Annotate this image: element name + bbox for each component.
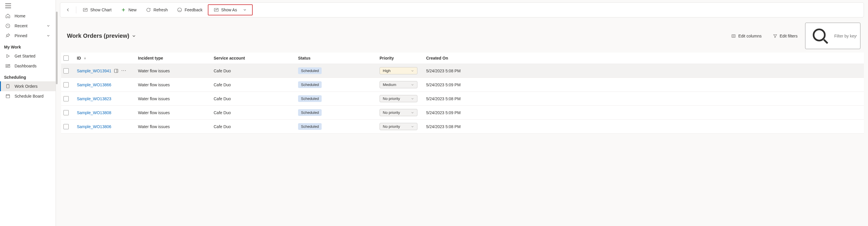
svg-rect-1: [7, 84, 9, 88]
row-checkbox[interactable]: [63, 68, 69, 74]
svg-rect-6: [732, 35, 735, 37]
chevron-down-icon: [131, 34, 136, 38]
main: Show Chart New Refresh Feedback: [56, 0, 868, 226]
row-checkbox[interactable]: [63, 124, 69, 129]
status-badge: Scheduled: [298, 95, 322, 102]
incident-cell: Water flow issues: [138, 82, 170, 87]
record-link[interactable]: Sample_WO13941: [77, 69, 111, 73]
status-badge: Scheduled: [298, 67, 322, 74]
nav-get-started[interactable]: Get Started: [0, 51, 56, 61]
col-created[interactable]: Created On: [424, 56, 864, 61]
created-cell: 5/24/2023 5:09 PM: [426, 110, 461, 115]
cmd-label: New: [128, 7, 136, 12]
table-row[interactable]: Sample_WO13806Water flow issuesCafe DuoS…: [61, 120, 864, 134]
new-button[interactable]: New: [117, 5, 141, 14]
nav-home[interactable]: Home: [0, 11, 56, 21]
nav-label: Recent: [14, 24, 27, 28]
show-chart-button[interactable]: Show Chart: [79, 5, 116, 14]
chevron-down-icon: [46, 24, 50, 28]
status-badge: Scheduled: [298, 81, 322, 88]
incident-cell: Water flow issues: [138, 110, 170, 115]
incident-cell: Water flow issues: [138, 69, 170, 73]
play-icon: [5, 53, 10, 59]
table-row[interactable]: Sample_WO13941⋯Water flow issuesCafe Duo…: [61, 64, 864, 78]
svg-rect-2: [6, 95, 10, 98]
chevron-down-icon: [411, 111, 414, 114]
nav-recent[interactable]: Recent: [0, 21, 56, 31]
cmd-label: Refresh: [153, 7, 168, 12]
col-account[interactable]: Service account: [211, 56, 296, 61]
nav-pinned[interactable]: Pinned: [0, 31, 56, 41]
nav-label: Schedule Board: [14, 94, 44, 99]
nav-label: Pinned: [14, 33, 27, 38]
priority-select[interactable]: No priority: [379, 109, 417, 116]
status-badge: Scheduled: [298, 123, 322, 130]
created-cell: 5/24/2023 5:08 PM: [426, 124, 461, 129]
highlight-annotation: Show As: [208, 4, 253, 15]
priority-value: High: [383, 69, 391, 73]
record-link[interactable]: Sample_WO13823: [77, 97, 111, 101]
col-incident[interactable]: Incident type: [136, 56, 211, 61]
status-badge: Scheduled: [298, 109, 322, 116]
record-link[interactable]: Sample_WO13808: [77, 110, 111, 115]
svg-point-4: [178, 8, 182, 12]
col-label: Status: [298, 56, 311, 61]
table-row[interactable]: Sample_WO13823Water flow issuesCafe DuoS…: [61, 92, 864, 106]
chevron-down-icon: [46, 34, 50, 38]
row-more-button[interactable]: ⋯: [121, 68, 127, 74]
account-cell: Cafe Duo: [214, 97, 231, 101]
search-icon: [809, 25, 831, 47]
refresh-button[interactable]: Refresh: [142, 5, 172, 14]
col-id[interactable]: ID: [74, 56, 136, 61]
nav-section-scheduling: Scheduling: [0, 71, 56, 81]
view-title-selector[interactable]: Work Orders (preview): [67, 33, 136, 39]
priority-select[interactable]: No priority: [379, 123, 417, 130]
svg-point-7: [813, 29, 825, 41]
nav-label: Get Started: [14, 54, 35, 59]
row-checkbox[interactable]: [63, 110, 69, 115]
edit-columns-button[interactable]: Edit columns: [728, 32, 765, 40]
dashboard-icon: [5, 63, 10, 69]
table-row[interactable]: Sample_WO13866Water flow issuesCafe DuoS…: [61, 78, 864, 92]
open-pane-icon[interactable]: [114, 68, 119, 74]
priority-select[interactable]: High: [379, 67, 417, 74]
record-link[interactable]: Sample_WO13866: [77, 82, 111, 87]
showas-icon: [214, 7, 219, 12]
chevron-down-icon: [411, 97, 414, 101]
sort-down-icon: [83, 57, 87, 60]
nav-schedule-board[interactable]: Schedule Board: [0, 91, 56, 101]
priority-value: No priority: [383, 110, 400, 115]
edit-filters-button[interactable]: Edit filters: [769, 32, 801, 40]
table-row[interactable]: Sample_WO13808Water flow issuesCafe DuoS…: [61, 106, 864, 120]
columns-icon: [731, 34, 736, 38]
record-link[interactable]: Sample_WO13806: [77, 124, 111, 129]
chevron-down-icon: [243, 8, 247, 12]
nav-dashboards[interactable]: Dashboards: [0, 61, 56, 71]
hdr-label: Edit filters: [780, 34, 798, 38]
show-as-button[interactable]: Show As: [210, 5, 251, 14]
row-checkbox[interactable]: [63, 96, 69, 101]
nav-work-orders[interactable]: Work Orders: [0, 81, 56, 91]
col-priority[interactable]: Priority: [377, 56, 424, 61]
nav-section-mywork: My Work: [0, 41, 56, 51]
select-all-checkbox[interactable]: [63, 55, 69, 61]
col-status[interactable]: Status: [296, 56, 377, 61]
chevron-down-icon: [411, 69, 414, 73]
priority-select[interactable]: No priority: [379, 95, 417, 102]
priority-select[interactable]: Medium: [379, 81, 417, 88]
sidebar-scrollbar[interactable]: [56, 12, 58, 84]
priority-value: No priority: [383, 124, 400, 129]
arrow-left-icon: [65, 7, 71, 12]
filter-keyword-input[interactable]: [834, 34, 857, 38]
smile-icon: [177, 7, 182, 12]
back-button[interactable]: [63, 5, 74, 14]
row-checkbox[interactable]: [63, 82, 69, 87]
separator: [76, 6, 76, 13]
hamburger-menu-icon[interactable]: [5, 3, 11, 8]
pin-icon: [5, 33, 10, 38]
refresh-icon: [146, 7, 151, 12]
svg-rect-8: [114, 69, 118, 73]
col-label: Incident type: [138, 56, 163, 61]
feedback-button[interactable]: Feedback: [173, 5, 206, 14]
filter-keyword-field[interactable]: [805, 23, 861, 49]
